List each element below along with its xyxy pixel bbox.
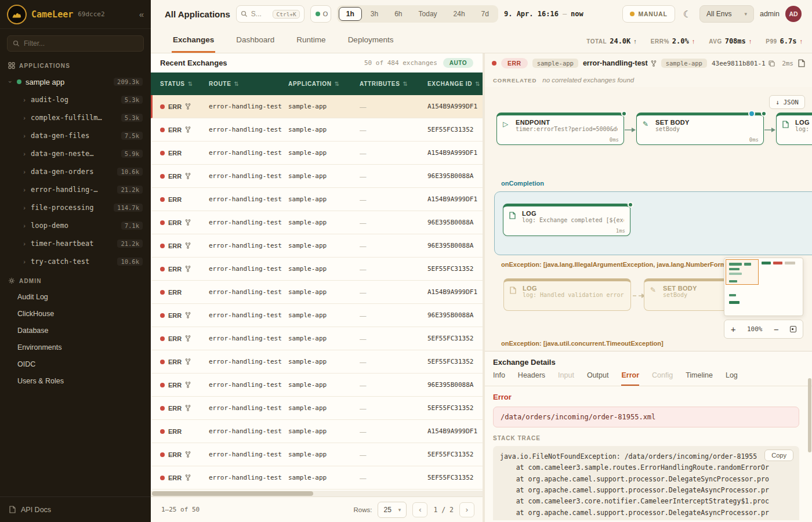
- time-range-7d[interactable]: 7d: [474, 7, 496, 21]
- sidebar-route-timer-heartbeat[interactable]: ›timer-heartbeat21.2k: [0, 234, 151, 252]
- column-header-exchange-id[interactable]: EXCHANGE ID⇅: [427, 81, 483, 87]
- attributes-cell: —: [360, 382, 427, 389]
- environment-select[interactable]: All Envs ▾: [699, 5, 754, 23]
- application-cell: sample-app: [288, 103, 360, 110]
- on-completion-label: onCompletion: [501, 180, 544, 187]
- time-range-24h[interactable]: 24h: [446, 7, 473, 21]
- table-row[interactable]: ERRerror-handling-testsample-app—A154B9A…: [151, 281, 483, 304]
- column-header-attributes[interactable]: ATTRIBUTES⇅: [360, 81, 427, 87]
- column-header-application[interactable]: APPLICATION⇅: [288, 81, 360, 87]
- sidebar-route-complex-fulfillm[interactable]: ›complex-fulfillm…5.3k: [0, 108, 151, 126]
- table-row[interactable]: ERRerror-handling-testsample-app—5EF55FC…: [151, 258, 483, 281]
- sidebar-app-sample-app[interactable]: › sample app 209.3k: [0, 73, 151, 90]
- on-completion-group: LOG log: Exchange completed [${exchan 1m…: [494, 191, 812, 255]
- sidebar-route-data-gen-neste[interactable]: ›data-gen-neste…5.9k: [0, 144, 151, 162]
- time-range-3h[interactable]: 3h: [363, 7, 386, 21]
- details-tab-output[interactable]: Output: [587, 371, 609, 386]
- table-row[interactable]: ERRerror-handling-testsample-app—5EF55FC…: [151, 327, 483, 350]
- vertical-scrollbar-thumb[interactable]: [808, 378, 811, 452]
- chevron-right-icon: ›: [22, 186, 27, 193]
- column-header-route[interactable]: ROUTE⇅: [209, 81, 288, 87]
- attributes-cell: —: [360, 266, 427, 273]
- tab-runtime[interactable]: Runtime: [295, 35, 327, 53]
- time-range-6h[interactable]: 6h: [387, 7, 409, 21]
- copy-button[interactable]: Copy: [764, 449, 793, 461]
- table-row[interactable]: ERRerror-handling-testsample-app—A154B9A…: [151, 420, 483, 443]
- previous-page-button[interactable]: ‹: [412, 502, 427, 517]
- horizontal-scrollbar: [151, 491, 483, 496]
- time-range-1h[interactable]: 1h: [339, 7, 362, 21]
- table-row[interactable]: ERRerror-handling-testsample-app—96E395B…: [151, 374, 483, 397]
- page-indicator: 1 / 2: [433, 506, 454, 514]
- table-row[interactable]: ERRerror-handling-testsample-app—96E395B…: [151, 304, 483, 327]
- details-tab-error[interactable]: Error: [621, 371, 639, 386]
- table-row[interactable]: ERRerror-handling-testsample-app—5EF55FC…: [151, 466, 483, 490]
- table-row[interactable]: ERRerror-handling-testsample-app—5EF55FC…: [151, 350, 483, 374]
- sidebar-route-audit-log[interactable]: ›audit-log5.3k: [0, 90, 151, 108]
- table-row[interactable]: ERRerror-handling-testsample-app—A154B9A…: [151, 188, 483, 211]
- details-tab-headers[interactable]: Headers: [518, 371, 545, 386]
- zoom-out-button[interactable]: −: [774, 325, 778, 334]
- attributes-cell: —: [360, 405, 427, 412]
- details-tab-info[interactable]: Info: [493, 371, 505, 386]
- tab-dashboard[interactable]: Dashboard: [235, 35, 276, 53]
- minimap[interactable]: [724, 258, 803, 316]
- manual-refresh-button[interactable]: MANUAL: [622, 5, 675, 23]
- flow-node-completion-log[interactable]: LOG log: Exchange completed [${exchan 1m…: [503, 204, 630, 236]
- next-page-button[interactable]: ›: [459, 502, 474, 517]
- sidebar-route-file-processing[interactable]: ›file-processing114.7k: [0, 198, 151, 216]
- table-row[interactable]: ERRerror-handling-testsample-app—A154B9A…: [151, 95, 483, 118]
- fit-view-icon[interactable]: [790, 326, 796, 332]
- flow-node-log[interactable]: LOG log: Sta: [776, 113, 812, 145]
- horizontal-scrollbar-thumb[interactable]: [152, 491, 313, 496]
- search-input[interactable]: S... Ctrl+K: [236, 5, 304, 23]
- online-status-toggle[interactable]: O: [310, 5, 331, 23]
- tab-exchanges[interactable]: Exchanges: [172, 35, 215, 53]
- sidebar-route-data-gen-files[interactable]: ›data-gen-files7.5k: [0, 126, 151, 144]
- table-row[interactable]: ERRerror-handling-testsample-app—96E395B…: [151, 165, 483, 188]
- table-row[interactable]: ERRerror-handling-testsample-app—96E395B…: [151, 234, 483, 258]
- sidebar-admin-oidc[interactable]: OIDC: [0, 356, 151, 372]
- sidebar-route-error-handling[interactable]: ›error-handling-…21.2k: [0, 180, 151, 198]
- sidebar-admin-users-roles[interactable]: Users & Roles: [0, 372, 151, 389]
- attributes-cell: —: [360, 335, 427, 342]
- sidebar-collapse-button[interactable]: «: [139, 9, 144, 19]
- sidebar-admin-audit-log[interactable]: Audit Log: [0, 288, 151, 305]
- error-dot-icon: [160, 406, 165, 411]
- column-header-status[interactable]: STATUS⇅: [160, 81, 209, 87]
- sidebar-admin-clickhouse[interactable]: ClickHouse: [0, 305, 151, 322]
- flow-edge: [764, 129, 772, 130]
- details-tab-log[interactable]: Log: [726, 371, 738, 386]
- status-cell: ERR: [160, 405, 209, 412]
- flow-node-setbody[interactable]: ✎ SET BODY setBody 0ms: [636, 113, 764, 145]
- filter-input[interactable]: Filter...: [7, 35, 144, 52]
- table-row[interactable]: ERRerror-handling-testsample-app—A154B9A…: [151, 142, 483, 165]
- rows-per-page-select[interactable]: 25 ▾: [378, 502, 407, 518]
- sidebar-route-try-catch-test[interactable]: ›try-catch-test10.6k: [0, 252, 151, 270]
- date-range-control[interactable]: 9. Apr. 16:16 – now: [504, 10, 583, 18]
- time-range-today[interactable]: Today: [411, 7, 445, 21]
- tab-deployments[interactable]: Deployments: [347, 35, 395, 53]
- sidebar-admin-environments[interactable]: Environments: [0, 339, 151, 356]
- download-json-button[interactable]: ↓ JSON: [769, 95, 805, 109]
- auto-refresh-badge[interactable]: AUTO: [443, 58, 473, 68]
- main-area: All Applications S... Ctrl+K O 1h3h6hTod…: [151, 0, 812, 522]
- flow-node-endpoint[interactable]: ▷ ENDPOINT timer:errorTest?period=5000&d…: [496, 113, 624, 145]
- zoom-in-button[interactable]: +: [731, 325, 735, 334]
- avatar[interactable]: AD: [785, 6, 802, 22]
- details-tab-timeline[interactable]: Timeline: [686, 371, 713, 386]
- copy-icon[interactable]: [768, 60, 775, 67]
- log-document-button[interactable]: [798, 59, 805, 67]
- table-row[interactable]: ERRerror-handling-testsample-app—5EF55FC…: [151, 397, 483, 420]
- api-docs-link[interactable]: API Docs: [0, 496, 151, 522]
- flow-node-exception-log[interactable]: LOG log: Handled validation error: ${exc…: [503, 278, 631, 311]
- status-cell: ERR: [160, 196, 209, 203]
- table-row[interactable]: ERRerror-handling-testsample-app—96E395B…: [151, 211, 483, 234]
- flow-canvas[interactable]: ↓ JSON ▷ ENDPOINT timer:errorTest?period…: [485, 87, 812, 351]
- sidebar-route-data-gen-orders[interactable]: ›data-gen-orders10.6k: [0, 162, 151, 180]
- table-row[interactable]: ERRerror-handling-testsample-app—5EF55FC…: [151, 443, 483, 466]
- moon-icon[interactable]: ☾: [681, 9, 694, 20]
- sidebar-admin-database[interactable]: Database: [0, 322, 151, 339]
- table-row[interactable]: ERRerror-handling-testsample-app—5EF55FC…: [151, 118, 483, 142]
- sidebar-route-loop-demo[interactable]: ›loop-demo7.1k: [0, 216, 151, 234]
